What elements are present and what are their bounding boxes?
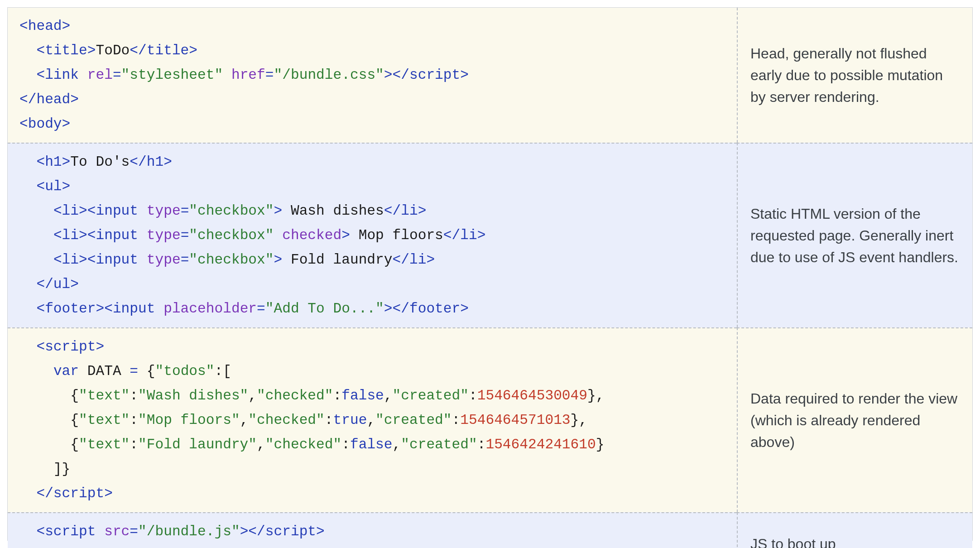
- code-token: [96, 524, 104, 539]
- code-token: ,: [384, 388, 393, 404]
- code-line: <head>: [19, 14, 725, 38]
- code-line: ]}: [19, 457, 725, 481]
- code-token: :: [325, 412, 333, 428]
- code-line: {"text":"Fold laundry","checked":false,"…: [19, 433, 725, 457]
- code-token: "checked": [265, 437, 341, 452]
- code-line: <li><input type="checkbox" checked> Mop …: [19, 223, 725, 248]
- code-token: {: [19, 388, 79, 404]
- code-token: [19, 252, 53, 268]
- code-token: placeholder: [163, 301, 257, 317]
- code-token: <li><input: [53, 227, 138, 243]
- code-token: true: [333, 412, 367, 428]
- code-token: }: [596, 437, 605, 452]
- code-token: "todos": [155, 363, 214, 379]
- code-token: "checked": [248, 412, 324, 428]
- code-token: [19, 227, 53, 243]
- code-token: <body>: [19, 116, 70, 132]
- code-line: </head>: [19, 87, 725, 112]
- diagram-row: <script> var DATA = {"todos":[ {"text":"…: [8, 327, 972, 512]
- code-line: <footer><input placeholder="Add To Do...…: [19, 297, 725, 321]
- code-token: type: [147, 252, 181, 268]
- diagram-row: <head> <title>ToDo</title> <link rel="st…: [8, 8, 972, 143]
- code-token: ]}: [19, 461, 70, 477]
- code-token: "created": [401, 437, 477, 452]
- code-line: <li><input type="checkbox"> Wash dishes<…: [19, 199, 725, 223]
- code-token: </li>: [443, 227, 486, 243]
- code-token: :: [477, 437, 486, 452]
- code-token: ,: [257, 437, 265, 452]
- code-token: 1546464571013: [460, 412, 570, 428]
- code-token: <link: [36, 67, 79, 83]
- code-token: >: [274, 252, 283, 268]
- code-line: </ul>: [19, 272, 725, 297]
- code-token: =: [265, 67, 274, 83]
- code-token: :: [341, 437, 350, 452]
- code-token: Wash dishes: [282, 203, 384, 219]
- code-token: =: [257, 301, 265, 317]
- code-token: [274, 227, 283, 243]
- code-token: "checkbox": [189, 203, 274, 219]
- code-token: [79, 67, 87, 83]
- code-token: </li>: [384, 203, 427, 219]
- code-token: [19, 178, 36, 194]
- code-token: src: [104, 524, 130, 539]
- code-line: var DATA = {"todos":[: [19, 359, 725, 384]
- code-token: [19, 43, 36, 58]
- code-token: ></footer>: [384, 301, 469, 317]
- code-block: <h1>To Do's</h1> <ul> <li><input type="c…: [8, 143, 737, 327]
- code-token: :[: [215, 363, 231, 379]
- code-token: [138, 227, 147, 243]
- code-block: <head> <title>ToDo</title> <link rel="st…: [8, 8, 737, 143]
- code-token: :: [333, 388, 342, 404]
- code-token: false: [341, 388, 384, 404]
- code-token: =: [181, 227, 189, 243]
- code-line: <link rel="stylesheet" href="/bundle.css…: [19, 63, 725, 87]
- code-token: </head>: [19, 91, 79, 107]
- code-token: {: [138, 363, 155, 379]
- code-line: <body>: [19, 112, 725, 136]
- code-token: <li><input: [53, 252, 138, 268]
- code-token: 1546464530049: [477, 388, 587, 404]
- code-token: [19, 524, 36, 539]
- code-token: :: [469, 388, 477, 404]
- code-token: type: [147, 203, 181, 219]
- code-token: DATA: [79, 363, 130, 379]
- code-token: =: [113, 67, 121, 83]
- code-token: Mop floors: [350, 227, 443, 243]
- code-token: "Mop floors": [138, 412, 240, 428]
- code-token: href: [231, 67, 265, 83]
- code-line: <h1>To Do's</h1>: [19, 150, 725, 174]
- code-token: "/bundle.css": [274, 67, 384, 83]
- code-token: :: [130, 437, 138, 452]
- code-token: ></script>: [240, 524, 325, 539]
- code-token: =: [130, 524, 138, 539]
- code-token: },: [571, 412, 587, 428]
- code-token: "stylesheet": [121, 67, 223, 83]
- code-token: =: [130, 363, 138, 379]
- code-token: =: [181, 203, 189, 219]
- code-token: "created": [375, 412, 452, 428]
- code-token: ,: [240, 412, 249, 428]
- code-token: ToDo: [96, 43, 130, 58]
- code-line: {"text":"Mop floors","checked":true,"cre…: [19, 408, 725, 433]
- code-token: </script>: [36, 486, 112, 501]
- code-token: "checked": [257, 388, 333, 404]
- code-token: "/bundle.js": [138, 524, 240, 539]
- code-token: "Wash dishes": [138, 388, 248, 404]
- code-token: </ul>: [36, 276, 79, 292]
- annotated-code-panel: <head> <title>ToDo</title> <link rel="st…: [7, 7, 973, 541]
- code-token: [19, 276, 36, 292]
- code-token: <li><input: [53, 203, 138, 219]
- code-token: </h1>: [130, 154, 172, 170]
- code-line: <title>ToDo</title>: [19, 38, 725, 63]
- code-token: >: [341, 227, 350, 243]
- code-token: "text": [79, 412, 130, 428]
- code-token: <title>: [36, 43, 96, 58]
- code-token: <footer><input: [36, 301, 155, 317]
- code-token: Fold laundry: [282, 252, 392, 268]
- code-token: :: [130, 412, 138, 428]
- code-token: ,: [248, 388, 257, 404]
- code-token: <script>: [36, 339, 104, 355]
- code-token: [155, 301, 163, 317]
- code-token: "text": [79, 437, 130, 452]
